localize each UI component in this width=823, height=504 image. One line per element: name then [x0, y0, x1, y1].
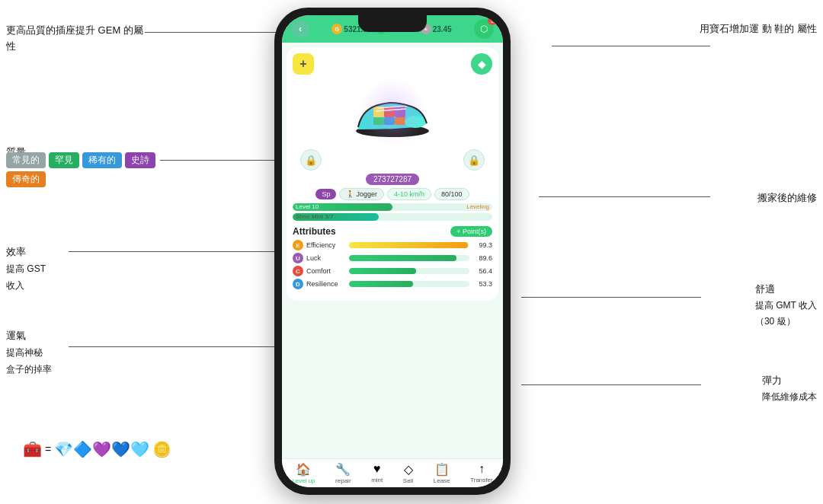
comfort-bar-bg — [349, 268, 469, 274]
repair-icon: 🔧 — [335, 462, 351, 477]
equals-sign: = — [45, 443, 51, 455]
badge-uncommon: 罕見 — [49, 152, 79, 168]
lock-slot-2[interactable]: 🔒 — [463, 149, 485, 171]
back-button[interactable]: ‹ — [291, 20, 309, 38]
luck-bar-bg — [349, 255, 469, 261]
comfort-bar-fill — [349, 268, 416, 274]
repair-label: repair — [335, 477, 351, 484]
comfort-label: Comfort — [306, 267, 346, 275]
leveling-label: Leveling — [466, 203, 489, 211]
shoe-mint-progress-row: Shoe Mint 3/7 — [293, 213, 492, 221]
level-progress-row: Level 10 Leveling — [293, 203, 492, 211]
points-button[interactable]: + Point(s) — [450, 226, 492, 237]
efficiency-label: Efficiency — [306, 241, 346, 249]
badge-epic: 史詩 — [125, 152, 155, 168]
gem-button[interactable]: ⬡ 2 — [474, 19, 494, 39]
badge-rare: 稀有的 — [82, 152, 122, 168]
sell-label: Sell — [403, 477, 413, 484]
efficiency-bar-bg — [349, 242, 469, 248]
add-socket-button[interactable]: + — [293, 53, 314, 75]
speed-badge: 4-10 km/h — [387, 188, 431, 200]
ann-line-repair — [539, 196, 710, 197]
phone-screen: ‹ G 5321.34 ◉ 6374.56 ≡ 23.45 — [282, 15, 503, 487]
gems-icon: 💎🔷💜💙🩵 — [54, 440, 149, 458]
transfer-label: Transfer — [470, 477, 493, 483]
lock-slot-1[interactable]: 🔒 — [300, 149, 322, 171]
annotation-top-left: 更高品質的插座提升 GEM 的屬性 — [6, 23, 151, 55]
resilience-bar-fill — [349, 281, 413, 287]
lock-slots: 🔒 🔒 — [300, 149, 485, 171]
resilience-value: 53.3 — [472, 280, 492, 288]
nav-lease[interactable]: 📋 Lease — [434, 462, 450, 484]
luck-value: 89.6 — [472, 254, 492, 262]
ann-line-efficiency — [69, 251, 293, 252]
ann-line-resilience — [521, 384, 701, 385]
annotation-repair: 搬家後的維修 — [757, 190, 817, 206]
jogger-badge: 🚶 Jogger — [339, 188, 384, 200]
resilience-label: Resilience — [306, 280, 346, 288]
annotation-efficiency: 效率提高 GST收入 — [6, 244, 46, 294]
badge-common: 常見的 — [6, 152, 46, 168]
mint-label: mint — [371, 477, 383, 483]
nav-levelup[interactable]: 🏠 Level up — [292, 462, 315, 484]
efficiency-bar-fill — [349, 242, 468, 248]
efficiency-icon: E — [293, 240, 303, 250]
level-progress-bg — [293, 203, 492, 211]
coin-icon: 🪙 — [152, 440, 171, 458]
nav-sell[interactable]: ◇ Sell — [403, 462, 413, 484]
annotation-luck: 運氣提高神秘盒子的掉率 — [6, 327, 52, 378]
sol-value: 23.45 — [433, 25, 452, 33]
shoe-card: + ◆ — [287, 47, 498, 301]
efficiency-value: 99.3 — [472, 241, 492, 249]
transfer-icon: ↑ — [479, 462, 485, 476]
gem-badge: 2 — [488, 16, 497, 25]
attributes-title: Attributes — [293, 226, 336, 237]
treasure-chest-icon: 🧰 — [23, 440, 42, 458]
phone-outer-frame: ‹ G 5321.34 ◉ 6374.56 ≡ 23.45 — [274, 8, 511, 495]
attr-row-comfort: C Comfort 56.4 — [293, 266, 492, 276]
gst-icon: G — [331, 24, 342, 34]
gem-icon: ⬡ — [480, 24, 488, 34]
hp-badge: 80/100 — [434, 188, 469, 200]
nav-mint[interactable]: ♥ mint — [371, 462, 383, 484]
level-label: Level 10 — [296, 203, 319, 211]
phone-device: ‹ G 5321.34 ◉ 6374.56 ≡ 23.45 — [274, 8, 511, 495]
attributes-header: Attributes + Point(s) — [293, 226, 492, 237]
comfort-icon: C — [293, 266, 303, 276]
annotation-resilience: 彈力降低維修成本 — [762, 373, 817, 405]
shoe-card-top: + ◆ — [293, 53, 492, 75]
mint-icon: ♥ — [373, 462, 381, 476]
annotation-comfort: 舒適提高 GMT 收入（30 級） — [755, 282, 817, 329]
gem-slot-button[interactable]: ◆ — [471, 53, 492, 75]
type-row: Sp 🚶 Jogger 4-10 km/h 80/100 — [293, 188, 492, 200]
levelup-icon: 🏠 — [296, 462, 311, 477]
levelup-label: Level up — [292, 477, 315, 484]
shoe-image-area — [293, 78, 492, 146]
type-badge: Sp — [315, 189, 336, 199]
luck-bar-fill — [349, 255, 456, 261]
lease-icon: 📋 — [434, 462, 450, 477]
attr-row-resilience: D Resilience 53.3 — [293, 279, 492, 289]
mint-label: Shoe Mint 3/7 — [296, 213, 333, 221]
annotation-top-right: 用寶石增加運 動 鞋的 屬性 — [700, 21, 817, 37]
luck-icon: U — [293, 253, 303, 263]
resilience-bar-bg — [349, 281, 469, 287]
attributes-section: Attributes + Point(s) E Efficiency 99.3 — [293, 223, 492, 295]
sell-icon: ◇ — [404, 462, 413, 477]
attr-row-luck: U Luck 89.6 — [293, 253, 492, 263]
nav-repair[interactable]: 🔧 repair — [335, 462, 351, 484]
ann-line-comfort — [521, 297, 701, 298]
badge-legendary: 傳奇的 — [6, 171, 46, 187]
ann-line-luck — [69, 346, 293, 347]
bottom-nav: 🏠 Level up 🔧 repair ♥ mint ◇ Sell 📋 — [282, 458, 503, 487]
resilience-icon: D — [293, 279, 303, 289]
ann-line-quality — [160, 160, 290, 161]
phone-notch — [358, 15, 427, 32]
comfort-value: 56.4 — [472, 267, 492, 275]
attr-row-efficiency: E Efficiency 99.3 — [293, 240, 492, 250]
ann-line-top-right — [552, 46, 710, 46]
jogger-icon: 🚶 — [346, 190, 354, 198]
nav-transfer[interactable]: ↑ Transfer — [470, 462, 493, 484]
shoe-glow-effect — [358, 78, 427, 146]
treasure-row: 🧰 = 💎🔷💜💙🩵 🪙 — [23, 440, 171, 458]
